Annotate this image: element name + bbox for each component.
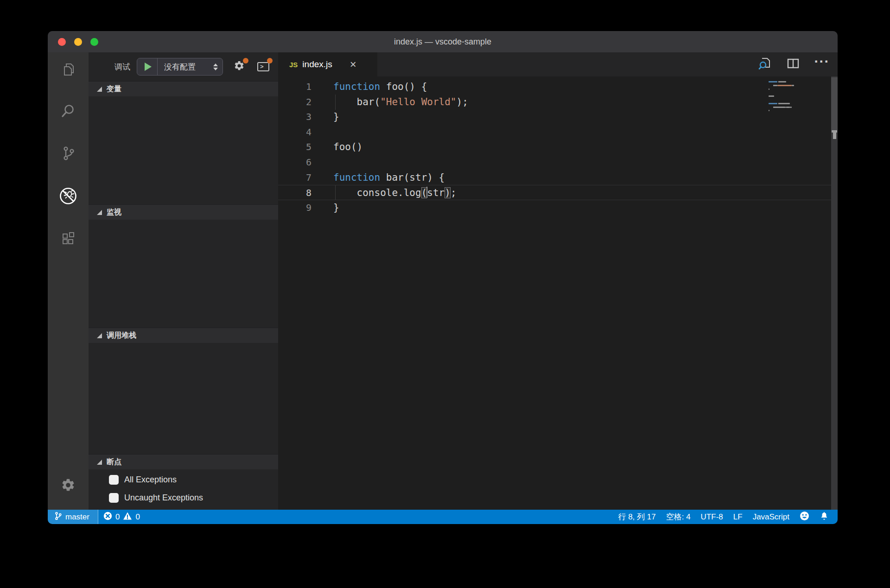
debug-console-icon: > [257,62,269,71]
code-line[interactable]: 8 console.log(str); [278,185,831,200]
code-line[interactable]: 6 [278,155,831,170]
vscode-window: index.js — vscode-sample [48,31,838,524]
cursor-position-status[interactable]: 行 8, 列 17 [613,510,661,524]
smiley-icon [800,511,809,523]
code-line[interactable]: 7function bar(str) { [278,170,831,185]
code-line[interactable]: 3} [278,109,831,125]
title-bar: index.js — vscode-sample [48,31,838,52]
sidebar-item-explorer[interactable] [59,61,77,80]
encoding-label: UTF-8 [701,512,723,522]
checkbox[interactable] [109,493,119,503]
code-token: console.log [333,187,421,198]
code-line[interactable]: 1function foo() { [278,79,831,95]
debug-config-label: 没有配置 [164,62,196,72]
sidebar-item-source-control[interactable] [59,145,77,164]
code-line[interactable]: 9} [278,200,831,215]
line-number: 9 [278,200,312,215]
debug-launch-control: 没有配置 [137,58,223,76]
breakpoint-row[interactable]: All Exceptions [89,471,278,488]
code-token: } [333,111,339,122]
close-tab-icon[interactable]: × [350,59,356,70]
section-call-stack[interactable]: 调用堆栈 [89,328,278,343]
line-number: 3 [278,109,312,125]
editor-actions: ··· [756,52,830,76]
warning-count: 0 [135,512,140,522]
more-actions-button[interactable]: ··· [814,56,830,73]
notifications-button[interactable] [814,510,834,524]
eol-status[interactable]: LF [728,510,748,524]
code-line[interactable]: 4 [278,125,831,140]
debug-toolbar: 调试 没有配置 [89,52,278,81]
section-expanded-icon [97,460,102,465]
code-token: } [333,202,339,213]
sidebar-item-extensions[interactable] [59,230,77,249]
sidebar-item-debug[interactable] [59,188,77,206]
breakpoint-row[interactable]: Uncaught Exceptions [89,489,278,506]
section-expanded-icon [97,333,102,338]
split-editor-button[interactable] [785,56,801,73]
files-icon [60,62,76,79]
feedback-button[interactable] [795,510,814,524]
vertical-scrollbar[interactable] [831,76,838,510]
section-expanded-icon [97,87,102,92]
section-watch[interactable]: 监视 [89,204,278,220]
debug-sidebar: 调试 没有配置 [89,52,278,510]
code-editor[interactable]: 1function foo() {2 bar("Hello World");3}… [278,76,838,510]
search-icon [60,103,76,121]
line-number: 2 [278,95,312,110]
language-mode-status[interactable]: JavaScript [748,510,795,524]
file-search-icon [757,57,771,72]
error-count: 0 [115,512,120,522]
bell-icon [820,511,829,523]
section-expanded-icon [97,210,102,215]
code-line[interactable]: 2 bar("Hello World"); [278,95,831,110]
open-debug-console-button[interactable]: > [255,59,271,75]
code-token: ) [445,187,451,198]
section-label: 断点 [107,457,121,467]
code-token: str [427,187,445,198]
zoom-window-button[interactable] [90,38,98,46]
checkbox[interactable] [109,475,119,485]
minimap[interactable] [769,81,808,114]
start-debug-button[interactable] [137,58,158,75]
search-in-file-button[interactable] [756,56,773,73]
js-file-icon: JS [289,61,298,69]
ellipsis-icon: ··· [814,59,830,70]
tab-filename: index.js [302,59,332,70]
scrollbar-handle[interactable] [833,133,836,139]
debug-config-dropdown[interactable]: 没有配置 [158,62,222,72]
close-window-button[interactable] [58,38,66,46]
code-token: ); [457,96,468,107]
code-token: function [333,172,380,183]
scrollbar-thumb[interactable] [831,77,838,130]
git-branch-icon [54,512,62,523]
configure-gear-button[interactable] [231,59,247,75]
code-token: bar(str) { [380,172,445,183]
traffic-lights [58,38,98,46]
tab-index-js[interactable]: JS index.js × [278,52,377,76]
manage-settings-button[interactable] [59,477,77,495]
gear-icon [61,478,76,494]
status-bar: master 0 [48,510,838,524]
code-token: foo() [333,141,362,152]
debug-no-bug-icon [59,187,77,207]
encoding-status[interactable]: UTF-8 [696,510,728,524]
minimize-window-button[interactable] [74,38,82,46]
code-token: bar( [333,96,380,107]
code-token: foo() { [380,81,427,92]
cursor-position-label: 行 8, 列 17 [618,512,655,522]
breakpoint-label: Uncaught Exceptions [124,493,203,503]
extensions-icon [60,231,76,248]
play-icon [145,63,152,71]
git-branch-status[interactable]: master [48,510,98,524]
split-editor-icon [786,57,800,72]
section-label: 监视 [107,208,121,217]
desktop-background: index.js — vscode-sample [0,0,890,588]
indentation-status[interactable]: 空格: 4 [661,510,696,524]
code-line[interactable]: 5foo() [278,139,831,155]
section-breakpoints[interactable]: 断点 [89,454,278,469]
problems-status[interactable]: 0 0 [98,510,145,524]
section-variables[interactable]: 变量 [89,81,278,96]
editor-group: JS index.js × [278,52,838,510]
sidebar-item-search[interactable] [59,103,77,121]
